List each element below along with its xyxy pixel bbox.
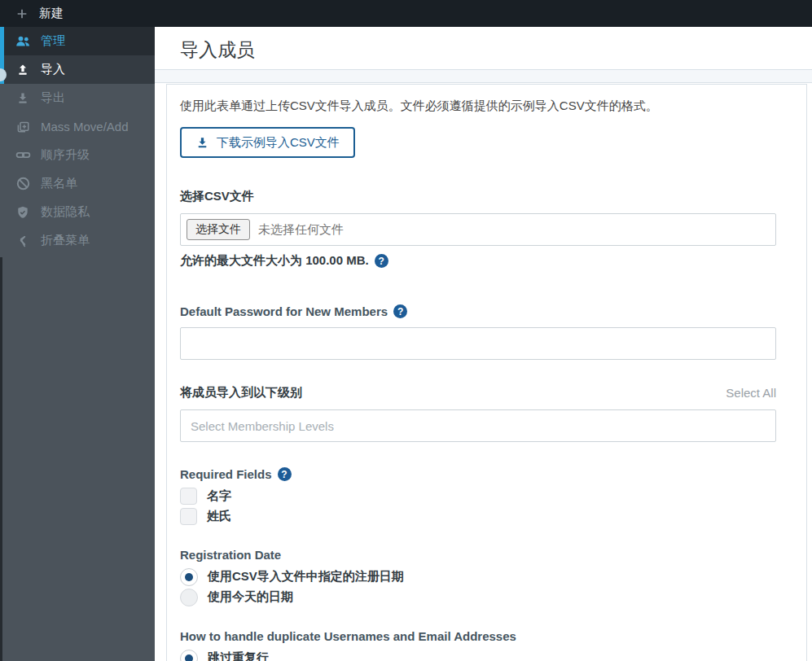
plus-icon bbox=[15, 7, 29, 20]
use-today-date-radio[interactable] bbox=[180, 589, 198, 606]
checkbox-label: 姓氏 bbox=[207, 509, 231, 524]
last-name-checkbox[interactable] bbox=[180, 508, 197, 525]
new-button[interactable]: 新建 bbox=[0, 0, 812, 27]
new-button-label: 新建 bbox=[39, 6, 64, 21]
users-icon bbox=[14, 33, 32, 49]
download-icon bbox=[195, 136, 209, 150]
registration-date-label: Registration Date bbox=[180, 548, 792, 562]
radio-label: 使用今天的日期 bbox=[208, 589, 293, 605]
use-csv-date-radio[interactable] bbox=[180, 568, 198, 586]
shield-check-icon bbox=[14, 205, 32, 220]
sidebar-item-label: 数据隐私 bbox=[41, 204, 90, 220]
checkbox-label: 名字 bbox=[207, 488, 231, 504]
membership-levels-label: 将成员导入到以下级别 bbox=[180, 385, 302, 401]
sidebar-item-label: Mass Move/Add bbox=[41, 120, 129, 134]
sidebar-item-label: 顺序升级 bbox=[41, 147, 90, 163]
csv-file-label: 选择CSV文件 bbox=[180, 189, 254, 203]
sidebar-item-collapse-menu[interactable]: 折叠菜单 bbox=[0, 226, 155, 255]
sidebar-item-label: 管理 bbox=[41, 33, 65, 49]
chevron-left-icon bbox=[14, 234, 32, 247]
page-title: 导入成员 bbox=[155, 27, 812, 63]
required-fields-label: Required Fields bbox=[180, 467, 272, 481]
sidebar-item-label: 折叠菜单 bbox=[41, 233, 90, 248]
radio-row-csv-date: 使用CSV导入文件中指定的注册日期 bbox=[180, 567, 792, 587]
file-status-text: 未选择任何文件 bbox=[258, 222, 344, 238]
default-password-label: Default Password for New Members bbox=[180, 304, 388, 318]
sidebar: 管理 导入 导出 Mass Move/Add bbox=[0, 27, 155, 661]
sidebar-item-sequential-upgrade[interactable]: 顺序升级 bbox=[0, 141, 155, 169]
csv-file-input[interactable]: 选择文件 未选择任何文件 bbox=[180, 213, 776, 246]
membership-levels-input[interactable] bbox=[180, 409, 776, 442]
main-content: 导入成员 使用此表单通过上传CSV文件导入成员。文件必须遵循提供的示例导入CSV… bbox=[155, 27, 812, 661]
header-band bbox=[155, 70, 812, 83]
ban-icon bbox=[14, 176, 32, 191]
download-button-label: 下载示例导入CSV文件 bbox=[217, 135, 340, 151]
help-icon[interactable]: ? bbox=[375, 254, 388, 268]
sidebar-item-blacklist[interactable]: 黑名单 bbox=[0, 169, 155, 198]
upload-icon bbox=[14, 63, 32, 77]
download-sample-csv-button[interactable]: 下载示例导入CSV文件 bbox=[180, 127, 355, 158]
sidebar-item-label: 导入 bbox=[41, 62, 65, 77]
max-file-size-text: 允许的最大文件大小为 100.00 MB. bbox=[180, 253, 369, 269]
select-all-link[interactable]: Select All bbox=[726, 386, 776, 400]
radio-row-skip-duplicates: 跳过重复行 bbox=[180, 648, 792, 661]
help-icon[interactable]: ? bbox=[278, 467, 292, 481]
form-intro-text: 使用此表单通过上传CSV文件导入成员。文件必须遵循提供的示例导入CSV文件的格式… bbox=[180, 97, 792, 114]
sidebar-item-manage[interactable]: 管理 bbox=[0, 27, 155, 55]
sidebar-rail bbox=[0, 257, 2, 661]
choose-file-button[interactable]: 选择文件 bbox=[187, 219, 250, 240]
checkbox-row-last-name: 姓氏 bbox=[180, 506, 792, 527]
import-form-card: 使用此表单通过上传CSV文件导入成员。文件必须遵循提供的示例导入CSV文件的格式… bbox=[166, 84, 807, 661]
first-name-checkbox[interactable] bbox=[180, 488, 197, 505]
radio-label: 使用CSV导入文件中指定的注册日期 bbox=[208, 569, 404, 584]
sidebar-item-data-privacy[interactable]: 数据隐私 bbox=[0, 198, 155, 226]
sidebar-item-label: 黑名单 bbox=[41, 176, 77, 191]
link-icon bbox=[14, 147, 32, 163]
default-password-field[interactable] bbox=[180, 327, 776, 360]
sidebar-item-mass-move-add[interactable]: Mass Move/Add bbox=[0, 112, 155, 141]
sidebar-item-import[interactable]: 导入 bbox=[0, 55, 155, 84]
page-header: 导入成员 bbox=[155, 27, 812, 70]
help-icon[interactable]: ? bbox=[393, 304, 407, 318]
skip-duplicates-radio[interactable] bbox=[180, 650, 198, 661]
radio-label: 跳过重复行 bbox=[208, 650, 269, 661]
square-plus-icon bbox=[14, 120, 32, 134]
download-icon bbox=[14, 91, 32, 106]
duplicates-label: How to handle duplicate Usernames and Em… bbox=[180, 629, 792, 643]
sidebar-item-label: 导出 bbox=[41, 90, 65, 106]
radio-row-today-date: 使用今天的日期 bbox=[180, 587, 792, 607]
sidebar-item-export[interactable]: 导出 bbox=[0, 84, 155, 112]
checkbox-row-first-name: 名字 bbox=[180, 486, 792, 506]
